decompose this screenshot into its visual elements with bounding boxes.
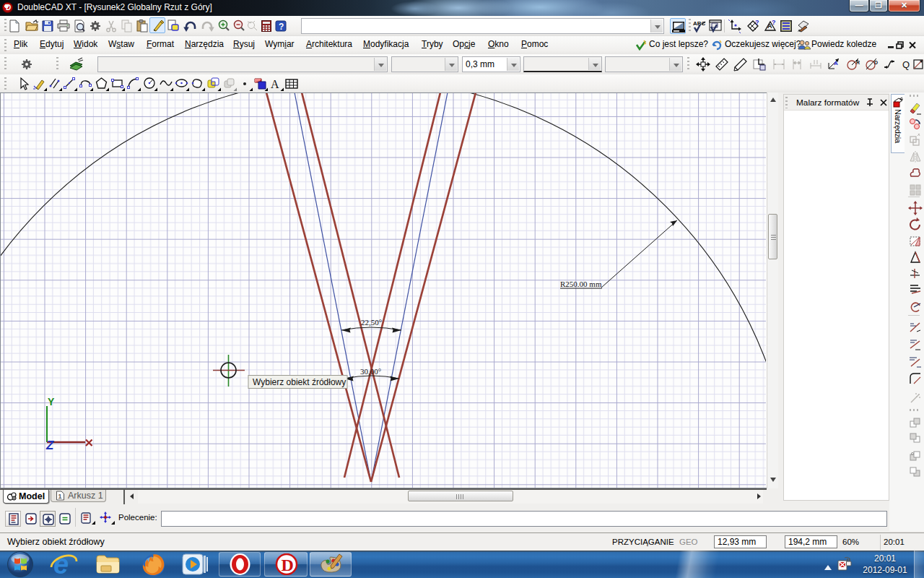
svg-text:R250.00 mm: R250.00 mm bbox=[560, 280, 602, 288]
svg-text:A: A bbox=[834, 60, 838, 66]
svg-text:R: R bbox=[856, 60, 860, 65]
svg-text:?: ? bbox=[755, 19, 759, 26]
svg-text:22,50°: 22,50° bbox=[361, 318, 382, 327]
svg-text:Q: Q bbox=[902, 59, 910, 70]
svg-text:30,00°: 30,00° bbox=[360, 367, 381, 376]
svg-text:1: 1 bbox=[58, 493, 62, 500]
svg-text:?: ? bbox=[279, 22, 284, 32]
svg-text:Y: Y bbox=[48, 396, 55, 407]
svg-text:Wybierz obiekt źródłowy: Wybierz obiekt źródłowy bbox=[253, 377, 346, 387]
svg-text:Z: Z bbox=[45, 439, 54, 452]
svg-text:D: D bbox=[874, 60, 878, 65]
svg-text:A: A bbox=[271, 78, 279, 90]
svg-text:?: ? bbox=[772, 19, 776, 26]
svg-text:D: D bbox=[282, 556, 294, 574]
